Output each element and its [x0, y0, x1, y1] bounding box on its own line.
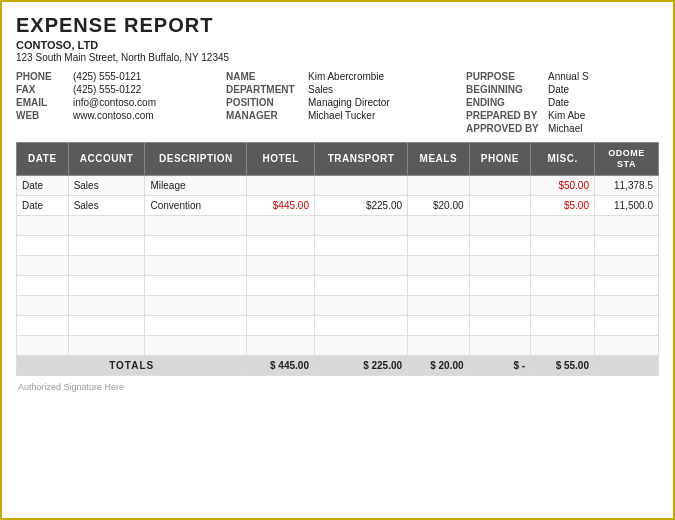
preparedby-label: PREPARED BY: [466, 110, 546, 121]
table-row-empty: [17, 335, 659, 355]
report-title: EXPENSE REPORT: [16, 14, 659, 37]
dept-label: DEPARTMENT: [226, 84, 306, 95]
table-row: DateSalesMileage$50.0011,378.5: [17, 175, 659, 195]
footer-note: Authorized Signature Here: [16, 382, 659, 392]
col-description: DESCRIPTION: [145, 143, 247, 176]
col-transport: TRANSPORT: [314, 143, 407, 176]
manager-label: MANAGER: [226, 110, 306, 121]
manager-value: Michael Tucker: [308, 110, 375, 121]
web-value: www.contoso.com: [73, 110, 154, 121]
ending-value: Date: [548, 97, 569, 108]
purpose-label: PURPOSE: [466, 71, 546, 82]
col-meals: MEALS: [408, 143, 469, 176]
email-label: EMAIL: [16, 97, 71, 108]
preparedby-value: Kim Abe: [548, 110, 585, 121]
col-date: DATE: [17, 143, 69, 176]
ending-label: ENDING: [466, 97, 546, 108]
col-hotel: HOTEL: [247, 143, 315, 176]
fax-label: FAX: [16, 84, 71, 95]
table-row-empty: [17, 295, 659, 315]
table-row-empty: [17, 275, 659, 295]
col-misc: MISC.: [531, 143, 595, 176]
approvedby-label: APPROVED BY: [466, 123, 546, 134]
company-name: CONTOSO, LTD: [16, 39, 659, 51]
beginning-value: Date: [548, 84, 569, 95]
table-row-empty: [17, 215, 659, 235]
position-label: POSITION: [226, 97, 306, 108]
beginning-label: BEGINNING: [466, 84, 546, 95]
name-label: NAME: [226, 71, 306, 82]
table-row: DateSalesConvention$445.00$225.00$20.00$…: [17, 195, 659, 215]
col-phone: PHONE: [469, 143, 530, 176]
position-value: Managing Director: [308, 97, 390, 108]
approvedby-value: Michael: [548, 123, 582, 134]
expense-table: DATE ACCOUNT DESCRIPTION HOTEL TRANSPORT…: [16, 142, 659, 376]
company-address: 123 South Main Street, North Buffalo, NY…: [16, 52, 659, 63]
col-account: ACCOUNT: [68, 143, 145, 176]
purpose-value: Annual S: [548, 71, 589, 82]
totals-row: TOTALS$ 445.00$ 225.00$ 20.00$ -$ 55.00: [17, 355, 659, 375]
col-odometer: ODOMESTA: [595, 143, 659, 176]
table-row-empty: [17, 235, 659, 255]
table-row-empty: [17, 315, 659, 335]
phone-label: PHONE: [16, 71, 71, 82]
name-value: Kim Abercrombie: [308, 71, 384, 82]
email-value: info@contoso.com: [73, 97, 156, 108]
phone-value: (425) 555-0121: [73, 71, 141, 82]
table-row-empty: [17, 255, 659, 275]
dept-value: Sales: [308, 84, 333, 95]
fax-value: (425) 555-0122: [73, 84, 141, 95]
web-label: WEB: [16, 110, 71, 121]
